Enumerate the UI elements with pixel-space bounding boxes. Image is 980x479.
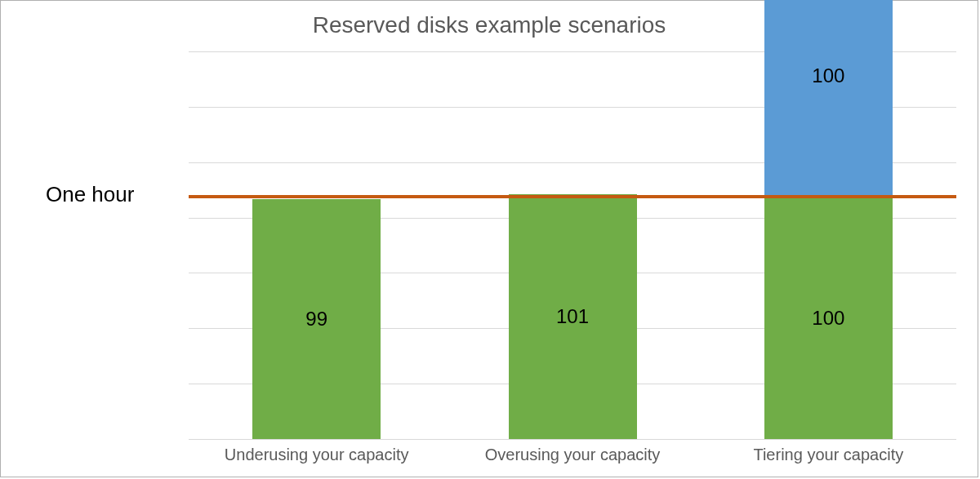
x-axis-label: Overusing your capacity <box>450 446 695 464</box>
chart-frame: Reserved disks example scenarios 9910110… <box>0 0 978 477</box>
reference-line-label: One hour <box>46 182 134 207</box>
bar-segment-green: 100 <box>764 197 893 439</box>
bar-segment-green: 101 <box>509 194 637 439</box>
x-axis-label: Underusing your capacity <box>194 446 439 464</box>
x-axis-labels: Underusing your capacityOverusing your c… <box>189 446 956 478</box>
reference-line <box>189 195 956 198</box>
bar-segment-blue: 100 <box>764 0 893 197</box>
gridline <box>189 439 956 440</box>
bar-segment-green: 99 <box>252 199 381 439</box>
plot-area: 99101100100 <box>189 51 956 439</box>
x-axis-label: Tiering your capacity <box>706 446 951 464</box>
